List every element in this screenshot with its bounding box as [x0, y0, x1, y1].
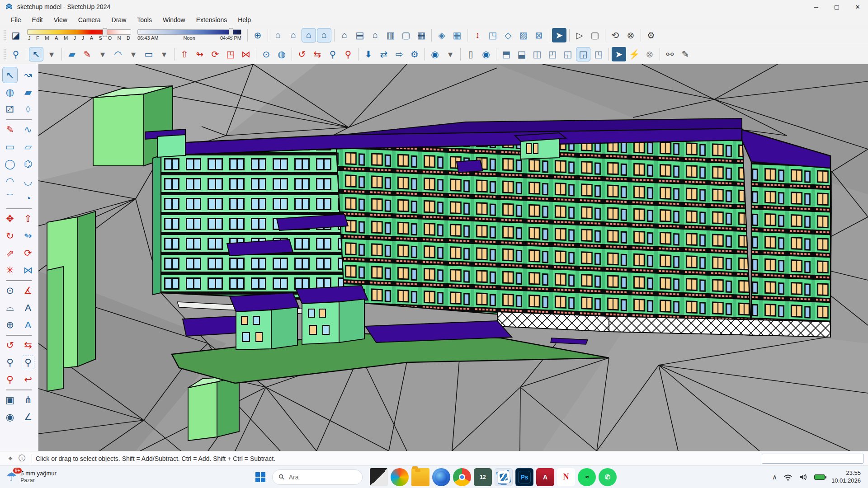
taskbar-app-lumion12[interactable]: 12 — [474, 468, 492, 486]
solid-split-icon[interactable]: ◲ — [576, 47, 590, 61]
warehouse-settings-icon[interactable]: ⚙ — [407, 47, 422, 61]
sandbox-from-scratch-icon[interactable]: ▦ — [450, 28, 464, 42]
taskbar-app-sketchup[interactable] — [495, 468, 513, 486]
tape-measure-tool[interactable]: ⊙ — [2, 282, 18, 299]
taskbar-app-photoshop[interactable]: Ps — [515, 468, 533, 486]
tape-measure-icon[interactable]: ⊙ — [259, 47, 274, 61]
warehouse-layers-icon[interactable]: ⇨ — [392, 47, 406, 61]
sandbox-add-detail-icon[interactable]: ▨ — [516, 28, 531, 42]
lasso-select-tool[interactable]: ↝ — [20, 67, 36, 83]
battery-icon[interactable] — [814, 474, 825, 480]
taskbar-app-edge[interactable] — [432, 468, 450, 486]
taskbar-app-explorer[interactable] — [411, 468, 429, 486]
scale-tool[interactable]: ⇗ — [2, 245, 18, 261]
zoom-extents-tool[interactable]: ⚲ — [2, 371, 18, 388]
cursor-plugin-button[interactable]: ➤ — [612, 47, 626, 61]
taskbar-weather-widget[interactable]: ☂9+ 5 mm yağmur Pazar — [0, 470, 104, 484]
start-button[interactable] — [251, 468, 269, 486]
menu-item[interactable]: Extensions — [191, 15, 232, 25]
previous-view-tool[interactable]: ↩ — [20, 371, 36, 388]
paint-bucket-tool[interactable]: ◍ — [2, 84, 18, 100]
taskbar-app-chrome[interactable] — [453, 468, 471, 486]
zoom-tool[interactable]: ⚲ — [2, 354, 18, 371]
view-right-icon[interactable]: ▥ — [383, 28, 398, 42]
pencil-tool-icon[interactable]: ✎ — [678, 47, 693, 61]
shadow-settings-icon[interactable]: ◪ — [9, 28, 23, 42]
two-point-arc-tool[interactable]: ◡ — [20, 173, 36, 189]
view-left-icon[interactable]: ▦ — [414, 28, 429, 42]
account-dropdown[interactable]: ▾ — [443, 47, 458, 61]
volume-icon[interactable] — [799, 474, 808, 481]
sketchup-tool-icon[interactable]: ⚲ — [9, 47, 23, 61]
toolbar-grip[interactable] — [3, 29, 7, 41]
line-dropdown[interactable]: ▾ — [95, 47, 110, 61]
look-around-tool[interactable]: ◉ — [2, 409, 18, 425]
axes-compass-icon[interactable]: ⊕ — [250, 28, 265, 42]
orbit-tool-icon[interactable]: ↺ — [295, 47, 309, 61]
close-button[interactable]: ✕ — [847, 0, 868, 14]
three-point-arc-tool[interactable]: ⌒ — [2, 190, 18, 206]
style-shaded-icon[interactable]: ⌂ — [317, 28, 331, 42]
protractor-tool[interactable]: ⌓ — [2, 300, 18, 316]
dimension-tool[interactable]: ∡ — [20, 282, 36, 299]
menu-item[interactable]: Draw — [106, 15, 132, 25]
flip-tool[interactable]: ⋈ — [20, 262, 36, 278]
arc-tool-icon[interactable]: ◠ — [111, 47, 125, 61]
taskbar-app-netflix[interactable]: N — [557, 468, 575, 486]
minimize-button[interactable]: ─ — [806, 0, 826, 14]
plugin-cursor-button[interactable]: ➤ — [552, 28, 566, 42]
select-dropdown[interactable]: ▾ — [44, 47, 59, 61]
menu-item[interactable]: File — [5, 15, 27, 25]
wifi-icon[interactable] — [783, 474, 793, 481]
orbit-tool[interactable]: ↺ — [2, 337, 18, 353]
taskbar-search[interactable]: ⚲ Ara — [272, 469, 363, 485]
solid-trim-icon[interactable]: ◱ — [561, 47, 575, 61]
disable-tool-icon[interactable]: ⊗ — [642, 47, 657, 61]
components-tool[interactable]: ⚂ — [2, 101, 18, 117]
view-iso-icon[interactable]: ⌂ — [337, 28, 352, 42]
axes-multi-tool[interactable]: ✳ — [2, 262, 18, 278]
shadow-time-slider[interactable]: 06:43 AMNoon04:45 PM — [137, 29, 241, 41]
view-top-icon[interactable]: ▤ — [353, 28, 367, 42]
rotate-tool[interactable]: ↻ — [2, 228, 18, 244]
new-document-icon[interactable]: ▯ — [463, 47, 478, 61]
lightning-tool-icon[interactable]: ⚡ — [627, 47, 642, 61]
eraser-tool[interactable]: ▰ — [20, 84, 36, 100]
offset-tool[interactable]: ⟳ — [20, 245, 36, 261]
pan-tool-icon[interactable]: ⇆ — [310, 47, 325, 61]
style-back-edges-icon[interactable]: ⌂ — [286, 28, 301, 42]
lamp-tool-icon[interactable]: ⚯ — [663, 47, 677, 61]
tray-chevron-icon[interactable]: ∧ — [772, 473, 777, 481]
axes-tool[interactable]: ⊕ — [2, 317, 18, 333]
pushpull-tool-icon[interactable]: ⇧ — [177, 47, 192, 61]
taskbar-app-copilot[interactable] — [391, 468, 409, 486]
menu-item[interactable]: Window — [157, 15, 191, 25]
flip-tool-icon[interactable]: ⋈ — [239, 47, 253, 61]
animation-play-icon[interactable]: ▷ — [572, 28, 587, 42]
geolocation-pin-icon[interactable]: ⌖ — [5, 455, 16, 463]
taskbar-app-autocad[interactable]: A — [536, 468, 554, 486]
date-slider-handle[interactable] — [103, 28, 107, 37]
solid-outer-shell-icon[interactable]: ⬒ — [499, 47, 514, 61]
scale-tool-icon[interactable]: ◳ — [223, 47, 238, 61]
warehouse-share-icon[interactable]: ⇄ — [377, 47, 391, 61]
solid-subtract-icon[interactable]: ◰ — [545, 47, 560, 61]
rectangle-tool[interactable]: ▭ — [2, 139, 18, 155]
sandbox-drape-icon[interactable]: ◇ — [501, 28, 515, 42]
text-tool[interactable]: A — [20, 300, 36, 316]
sandbox-smoove-icon[interactable]: ↕ — [470, 28, 485, 42]
settings-gear-icon[interactable]: ⚙ — [644, 28, 658, 42]
pan-tool[interactable]: ⇆ — [20, 337, 36, 353]
tag-tool[interactable]: ◊ — [20, 101, 36, 117]
zoom-extents-icon[interactable]: ⚲ — [341, 47, 355, 61]
view-back-icon[interactable]: ▢ — [399, 28, 413, 42]
arc-tool[interactable]: ◠ — [2, 173, 18, 189]
menu-item[interactable]: Edit — [27, 15, 48, 25]
polygon-tool[interactable]: ⌬ — [20, 156, 36, 172]
move-tool[interactable]: ✥ — [2, 211, 18, 227]
threed-text-tool[interactable]: A — [20, 317, 36, 333]
taskbar-app-whatsapp[interactable]: ✆ — [599, 468, 617, 486]
record-camera-icon[interactable]: ⟲ — [608, 28, 623, 42]
followme-tool[interactable]: ↬ — [20, 228, 36, 244]
menu-item[interactable]: View — [48, 15, 73, 25]
